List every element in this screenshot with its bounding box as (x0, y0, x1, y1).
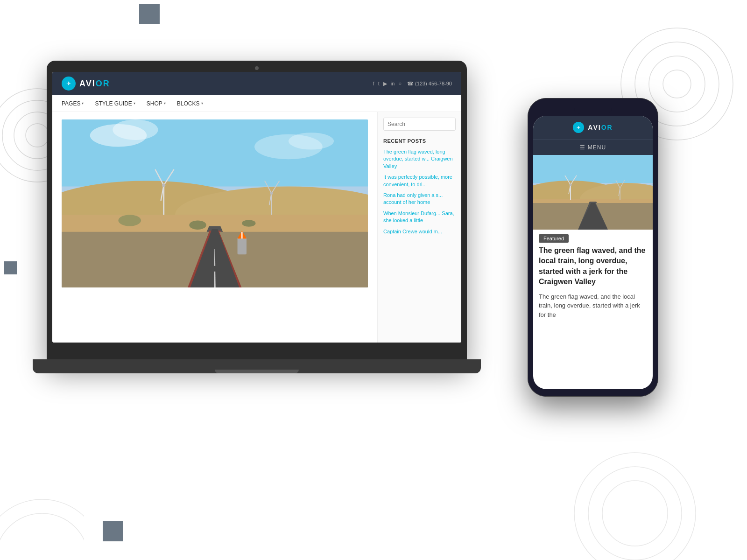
svg-point-12 (0, 513, 84, 560)
phone-logo-text: AVIOR (588, 124, 613, 131)
search-input[interactable] (383, 118, 456, 131)
site-nav: PAGES ▾ STYLE GUIDE ▾ SHOP ▾ BLOCKS ▾ (52, 95, 461, 112)
social-icons: f t ▶ in ○ (373, 81, 402, 87)
logo-text: AVIOR (79, 79, 110, 89)
svg-marker-24 (62, 232, 209, 287)
phone-logo-icon: ✈ (573, 122, 584, 133)
phone-article-excerpt: The green flag waved, and the local trai… (533, 292, 653, 320)
nav-shop[interactable]: SHOP ▾ (147, 100, 166, 107)
instagram-icon[interactable]: ○ (398, 81, 402, 87)
decorative-square-1 (139, 4, 160, 24)
twitter-icon[interactable]: t (378, 81, 380, 87)
phone-menu-bar: ☰ MENU (533, 139, 653, 155)
laptop-base (33, 359, 481, 373)
recent-post-5[interactable]: Captain Crewe would m... (383, 228, 456, 235)
svg-point-11 (0, 499, 84, 560)
header-right: f t ▶ in ○ ☎ (123) 456-78-90 (373, 81, 452, 87)
decorative-circles-bottom-right (570, 448, 700, 560)
phone-site-header: ✈ AVIOR (533, 116, 653, 139)
svg-point-8 (574, 453, 696, 560)
svg-rect-36 (238, 238, 247, 254)
logo-icon: ✈ (62, 77, 76, 91)
laptop-screen: ✈ AVIOR f t ▶ in ○ ☎ (123) 456-78-90 (52, 72, 461, 343)
recent-post-1[interactable]: The green flag waved, long overdue, star… (383, 148, 456, 170)
svg-point-43 (113, 119, 158, 140)
phone-notch (574, 104, 612, 114)
nav-blocks[interactable]: BLOCKS ▾ (177, 100, 203, 107)
site-content: RECENT POSTS The green flag waved, long … (52, 112, 461, 343)
phone-hero-image (533, 155, 653, 230)
menu-label[interactable]: MENU (588, 144, 606, 151)
linkedin-icon[interactable]: in (391, 81, 395, 87)
main-article (52, 112, 377, 343)
nav-pages[interactable]: PAGES ▾ (62, 100, 84, 107)
nav-style-guide[interactable]: STYLE GUIDE ▾ (95, 100, 135, 107)
svg-point-35 (270, 192, 273, 195)
laptop-device: ✈ AVIOR f t ▶ in ○ ☎ (123) 456-78-90 (47, 37, 467, 457)
svg-point-45 (289, 133, 334, 149)
svg-point-59 (570, 184, 572, 186)
laptop-frame: ✈ AVIOR f t ▶ in ○ ☎ (123) 456-78-90 (47, 61, 467, 364)
svg-point-39 (189, 220, 206, 229)
laptop-camera (255, 66, 259, 70)
hamburger-icon: ☰ (580, 144, 585, 151)
site-logo: ✈ AVIOR (62, 77, 110, 91)
phone-frame: ✈ AVIOR ☰ MENU (528, 98, 658, 397)
decorative-square-4 (103, 521, 123, 541)
facebook-icon[interactable]: f (373, 81, 374, 87)
sidebar: RECENT POSTS The green flag waved, long … (377, 112, 461, 343)
phone-device: ✈ AVIOR ☰ MENU (528, 98, 658, 397)
phone-screen: ✈ AVIOR ☰ MENU (533, 116, 653, 389)
youtube-icon[interactable]: ▶ (383, 81, 387, 87)
recent-posts-title: RECENT POSTS (383, 138, 456, 144)
site-header: ✈ AVIOR f t ▶ in ○ ☎ (123) 456-78-90 (52, 72, 461, 95)
svg-point-3 (26, 124, 49, 147)
decorative-circles-bottom-left (0, 476, 84, 560)
recent-post-3[interactable]: Rona had only given a s... account of he… (383, 192, 456, 206)
hero-image (62, 119, 368, 287)
decorative-square-2 (4, 261, 17, 274)
recent-post-4[interactable]: When Monsieur Dufarg... Sara, she looked… (383, 210, 456, 224)
featured-badge: Featured (539, 234, 569, 243)
svg-point-7 (663, 70, 691, 98)
svg-point-40 (242, 220, 255, 227)
recent-post-2[interactable]: It was perfectly possible, more convenie… (383, 174, 456, 188)
svg-point-41 (118, 215, 141, 226)
svg-point-30 (162, 183, 165, 187)
svg-point-10 (602, 481, 668, 546)
phone-number: ☎ (123) 456-78-90 (407, 81, 452, 87)
phone-article-title: The green flag waved, and the local trai… (533, 245, 653, 292)
